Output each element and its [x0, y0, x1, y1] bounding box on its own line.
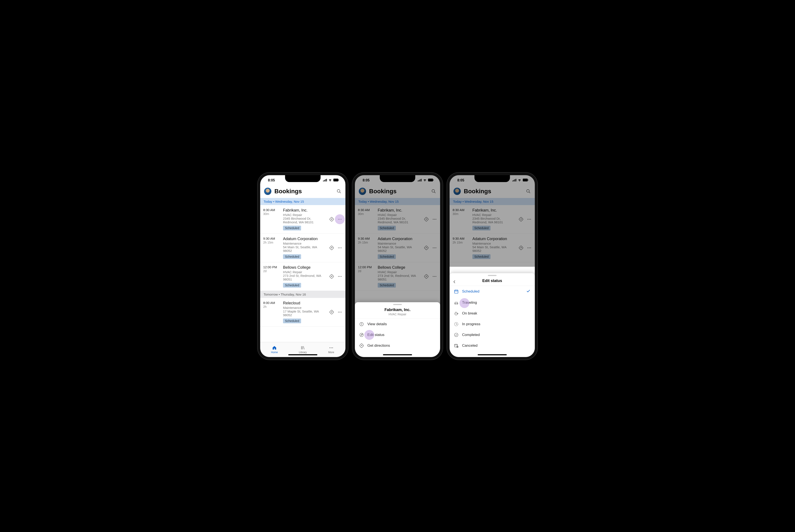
svg-point-53	[360, 333, 363, 337]
more-button	[432, 217, 437, 222]
car-icon	[454, 300, 458, 305]
svg-point-22	[339, 312, 340, 312]
sheet-title: Edit status	[453, 279, 531, 283]
home-indicator[interactable]	[288, 354, 318, 355]
phone-status-sheet: 8:05 Bookings Today • Wednesday, Nov 15 …	[447, 173, 537, 360]
more-icon	[329, 345, 333, 350]
notch	[380, 175, 415, 182]
app-header: Bookings	[450, 186, 535, 198]
svg-rect-33	[421, 179, 421, 182]
svg-point-21	[338, 312, 339, 312]
directions-button	[424, 217, 429, 222]
booking-time: 9:30 AM	[358, 237, 375, 240]
booking-time: 9:30 AM	[453, 237, 469, 240]
sheet-grabber[interactable]	[488, 275, 496, 276]
svg-rect-46	[424, 274, 429, 279]
directions-button[interactable]	[329, 245, 334, 250]
status-option-scheduled[interactable]: Scheduled	[450, 286, 535, 297]
app-header: Bookings	[260, 186, 345, 198]
more-button[interactable]	[337, 309, 342, 315]
directions-button[interactable]	[329, 217, 334, 222]
booking-customer: Relecloud	[283, 301, 326, 305]
check-icon	[526, 289, 530, 294]
booking-service: HVAC Repair	[283, 270, 326, 274]
svg-point-64	[527, 219, 528, 220]
booking-duration: 2d	[358, 269, 375, 273]
more-button[interactable]	[337, 245, 342, 250]
sheet-header: Edit status	[450, 277, 535, 286]
booking-list[interactable]: 8:30 AM 30m Fabrikam, Inc. HVAC Repair 2…	[260, 205, 345, 342]
tab-label: Home	[271, 351, 278, 354]
svg-rect-54	[359, 343, 364, 348]
more-button	[432, 245, 437, 250]
svg-rect-31	[419, 180, 419, 182]
booking-customer: Adatum Corporation	[472, 237, 516, 241]
sheet-grabber[interactable]	[393, 304, 402, 305]
svg-rect-57	[514, 179, 515, 182]
status-option-label: Scheduled	[462, 289, 479, 293]
avatar[interactable]	[264, 188, 271, 195]
svg-point-44	[434, 247, 435, 248]
home-indicator[interactable]	[383, 354, 412, 355]
status-option-traveling[interactable]: Traveling	[450, 297, 535, 308]
search-button[interactable]	[431, 189, 436, 194]
svg-point-52	[361, 323, 362, 323]
edit-icon	[359, 332, 364, 337]
status-icons	[418, 178, 434, 182]
search-button[interactable]	[526, 189, 531, 194]
sheet-item-label: Get directions	[367, 343, 390, 348]
booking-duration: 30m	[263, 212, 280, 215]
more-button[interactable]	[337, 274, 342, 279]
directions-button	[519, 217, 524, 222]
svg-point-19	[341, 276, 342, 277]
battery-icon	[523, 178, 528, 182]
more-button[interactable]	[337, 217, 342, 222]
svg-rect-16	[329, 274, 334, 279]
booking-duration: 30m	[453, 212, 469, 215]
more-button	[432, 274, 437, 279]
sheet-subtitle: HVAC Repair	[358, 312, 437, 316]
booking-service: HVAC Repair	[378, 213, 421, 217]
avatar[interactable]	[359, 188, 366, 195]
status-badge: Scheduled	[283, 319, 301, 323]
status-option-canceled[interactable]: Canceled	[450, 340, 535, 351]
tab-more[interactable]: More	[317, 342, 345, 357]
svg-point-45	[436, 247, 436, 248]
status-option-in-progress[interactable]: In progress	[450, 319, 535, 329]
page-title: Bookings	[464, 188, 523, 195]
svg-rect-0	[323, 180, 324, 182]
booking-item[interactable]: 8:30 AM 30m Fabrikam, Inc. HVAC Repair 2…	[260, 205, 345, 234]
get-directions-button[interactable]: Get directions	[355, 340, 440, 351]
svg-rect-55	[512, 180, 513, 182]
check-circle-icon	[454, 332, 458, 337]
battery-icon	[333, 178, 339, 182]
svg-point-23	[341, 312, 342, 312]
directions-button[interactable]	[329, 274, 334, 279]
status-option-on-break[interactable]: On break	[450, 308, 535, 319]
view-details-button[interactable]: View details	[355, 319, 440, 329]
clock-icon	[454, 322, 458, 326]
svg-rect-2	[325, 179, 326, 182]
more-button	[527, 245, 532, 250]
search-button[interactable]	[337, 189, 342, 194]
calendar-icon	[454, 289, 458, 294]
booking-duration: 2d	[263, 269, 280, 273]
booking-item[interactable]: 12:00 PM 2d Bellows College HVAC Repair …	[260, 262, 345, 291]
chevron-left-icon	[453, 280, 456, 284]
booking-item[interactable]: 8:00 AM 2h Relecloud Maintenance 17 Mapl…	[260, 298, 345, 326]
booking-item: 8:30 AM 30m Fabrikam, Inc. HVAC Repair 2…	[450, 205, 535, 234]
avatar[interactable]	[453, 188, 461, 195]
svg-point-6	[337, 189, 340, 192]
svg-line-7	[340, 192, 341, 193]
tab-home[interactable]: Home	[260, 342, 289, 357]
svg-point-41	[436, 219, 436, 220]
booking-item[interactable]: 9:30 AM 2h 15m Adatum Corporation Mainte…	[260, 234, 345, 262]
back-button[interactable]	[453, 280, 456, 285]
home-indicator[interactable]	[478, 354, 507, 355]
svg-rect-58	[516, 179, 516, 182]
status-option-completed[interactable]: Completed	[450, 329, 535, 340]
directions-button[interactable]	[329, 309, 334, 315]
booking-address: 273 2nd St, Redmond, WA 98051	[378, 274, 421, 281]
edit-status-button[interactable]: Edit status	[355, 329, 440, 340]
svg-rect-4	[333, 178, 338, 182]
